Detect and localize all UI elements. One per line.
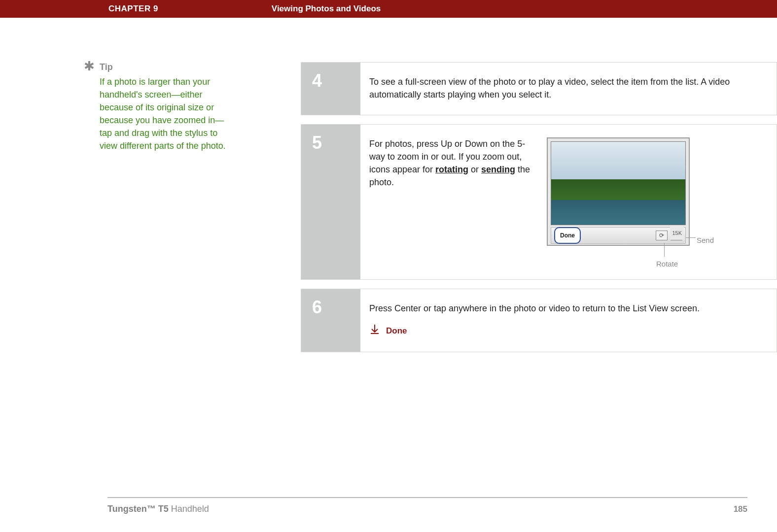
product-name: Tungsten™ T5 Handheld <box>107 504 209 514</box>
callout-line <box>664 243 665 257</box>
asterisk-icon: ✱ <box>84 61 95 152</box>
callout-rotate: Rotate <box>656 258 678 270</box>
chapter-title: Viewing Photos and Videos <box>272 4 381 14</box>
step-4: 4 To see a full-screen view of the photo… <box>301 62 777 115</box>
photo-preview <box>551 141 686 225</box>
step-number: 6 <box>301 289 360 352</box>
tip-label: Tip <box>100 62 228 72</box>
product-rest: Handheld <box>169 504 209 514</box>
step6-text: Press Center or tap anywhere in the phot… <box>369 303 700 313</box>
device-toolbar: Done ⟳ ✉ <box>551 227 686 244</box>
step-5: 5 For photos, press Up or Down on the 5-… <box>301 124 777 280</box>
tip-body: If a photo is larger than your handheld'… <box>100 75 228 152</box>
rotate-icon[interactable]: ⟳ <box>656 231 668 240</box>
chapter-label: CHAPTER 9 <box>108 4 158 14</box>
step-text: For photos, press Up or Down on the 5-wa… <box>369 137 537 266</box>
page-number: 185 <box>734 504 747 514</box>
callout-line <box>686 237 696 238</box>
callout-send: Send <box>697 234 714 247</box>
device-screenshot: 15K Done ⟳ ✉ Send Rotate <box>547 137 714 266</box>
size-badge: 15K <box>670 226 684 240</box>
rotating-link[interactable]: rotating <box>435 165 468 174</box>
device-frame: 15K Done ⟳ ✉ <box>547 137 690 246</box>
done-button[interactable]: Done <box>554 227 581 244</box>
tip-block: ✱ Tip If a photo is larger than your han… <box>84 62 247 152</box>
header-bar: CHAPTER 9 Viewing Photos and Videos <box>0 0 777 18</box>
step5-text-mid: or <box>468 165 481 174</box>
step-number: 4 <box>301 63 360 115</box>
step-6: 6 Press Center or tap anywhere in the ph… <box>301 289 777 352</box>
footer: Tungsten™ T5 Handheld 185 <box>107 497 747 514</box>
step-text: To see a full-screen view of the photo o… <box>369 75 762 101</box>
step-number: 5 <box>301 125 360 279</box>
product-bold: Tungsten™ T5 <box>107 504 169 514</box>
step-text: Press Center or tap anywhere in the phot… <box>369 302 762 338</box>
done-arrow-icon <box>369 324 380 338</box>
done-label: Done <box>386 325 407 337</box>
sending-link[interactable]: sending <box>481 165 515 174</box>
